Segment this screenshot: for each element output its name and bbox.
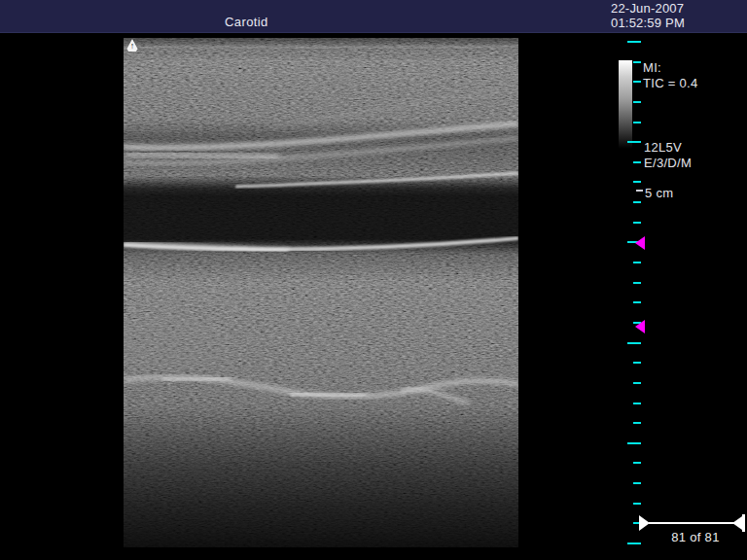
ruler-tick-minor bbox=[633, 382, 641, 384]
ruler-tick-minor bbox=[633, 462, 641, 464]
cine-end-icon[interactable] bbox=[732, 516, 742, 530]
focal-zone-marker-icon[interactable] bbox=[635, 236, 645, 250]
ruler-tick-minor bbox=[633, 402, 641, 404]
time-text: 01:52:59 PM bbox=[611, 16, 685, 30]
ruler-tick-minor bbox=[633, 161, 641, 163]
focal-zone-marker-icon[interactable] bbox=[635, 320, 645, 333]
ruler-tick-minor bbox=[633, 101, 641, 103]
ultrasound-image: ↑ bbox=[124, 38, 518, 547]
depth-readout: 5 cm bbox=[645, 186, 673, 200]
tic-readout: TIC = 0.4 bbox=[643, 76, 698, 90]
transducer-id: 12L5V bbox=[644, 140, 682, 155]
ruler-tick-minor bbox=[633, 201, 641, 203]
ruler-tick-minor bbox=[633, 122, 641, 123]
ruler-tick-minor bbox=[633, 282, 641, 284]
datetime-display: 22-Jun-2007 01:52:59 PM bbox=[611, 1, 685, 30]
cine-frame-counter: 81 of 81 bbox=[652, 530, 739, 544]
header-bar: Carotid 22-Jun-2007 01:52:59 PM bbox=[0, 0, 747, 33]
mode-settings: E/3/D/M bbox=[644, 156, 692, 170]
ruler-tick-minor bbox=[633, 301, 641, 303]
gain-marker-tick bbox=[636, 190, 643, 192]
cine-scrollbar[interactable] bbox=[649, 522, 735, 524]
ultrasound-speckle-render bbox=[124, 38, 518, 547]
ruler-tick-major bbox=[627, 542, 641, 544]
ruler-tick-minor bbox=[633, 482, 641, 484]
ruler-tick-minor bbox=[633, 503, 641, 505]
exam-preset-title: Carotid bbox=[225, 15, 268, 29]
ruler-tick-minor bbox=[633, 262, 641, 263]
ruler-tick-minor bbox=[633, 61, 641, 63]
ruler-tick-minor bbox=[633, 362, 641, 364]
ruler-tick-major bbox=[627, 342, 641, 344]
ruler-tick-major bbox=[627, 141, 641, 143]
ultrasound-screen: { "header": { "exam_title": "Carotid", "… bbox=[0, 0, 747, 560]
date-text: 22-Jun-2007 bbox=[611, 1, 685, 16]
grayscale-bar bbox=[619, 60, 632, 149]
ruler-tick-minor bbox=[633, 181, 641, 183]
ruler-tick-major bbox=[627, 41, 641, 43]
mi-label: MI: bbox=[643, 60, 661, 75]
ruler-tick-minor bbox=[633, 222, 641, 224]
cine-end-stop bbox=[742, 514, 745, 532]
ruler-tick-minor bbox=[633, 81, 641, 83]
ruler-tick-minor bbox=[633, 422, 641, 424]
ruler-tick-major bbox=[627, 442, 641, 444]
